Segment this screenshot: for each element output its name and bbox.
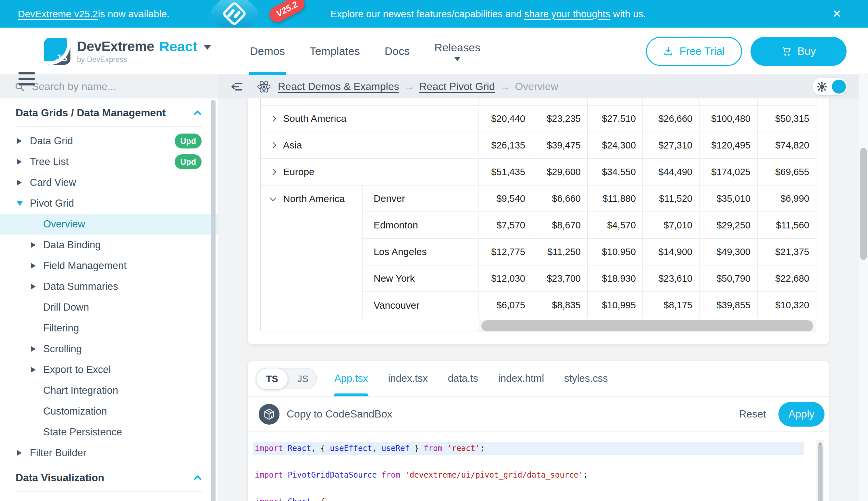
language-toggle-js[interactable]: JS (297, 369, 308, 389)
page-scrollbar-track[interactable] (859, 75, 868, 501)
expand-chevron-icon[interactable] (270, 115, 276, 122)
code-line: import Chart, { (253, 495, 829, 501)
triangle-right-icon[interactable] (31, 284, 36, 289)
triangle-right-icon[interactable] (31, 263, 36, 269)
buy-button[interactable]: Buy (750, 37, 847, 66)
value-cell: $35,010 (699, 185, 757, 212)
triangle-right-icon[interactable] (31, 346, 36, 352)
sidebar-item-label: Overview (43, 218, 85, 230)
brand-logo[interactable]: JS DevExtreme React by DevExpress (44, 28, 211, 75)
banner-version-link[interactable]: DevExtreme v25.2 (18, 9, 98, 20)
sidebar-item-scrolling[interactable]: Scrolling (0, 339, 218, 359)
copy-to-codesandbox-button[interactable]: Copy to CodeSandBox (287, 408, 393, 420)
sidebar-section-header[interactable]: Data Visualization (15, 472, 200, 484)
code-token: ; (480, 444, 485, 453)
chevron-up-icon[interactable] (194, 475, 201, 483)
sidebar-item-tree-list[interactable]: Tree ListUpd (0, 151, 218, 172)
value-cell: $26,660 (643, 105, 699, 132)
sidebar-item-filter-builder[interactable]: Filter Builder (0, 443, 218, 463)
header-cell (479, 98, 532, 105)
sidebar-item-chart-integration[interactable]: Chart Integration (0, 380, 218, 401)
chevron-up-icon[interactable] (194, 110, 201, 118)
horizontal-scrollbar-thumb[interactable] (481, 320, 813, 331)
page-scrollbar-thumb[interactable] (860, 148, 867, 260)
sidebar-item-data-binding[interactable]: Data Binding (0, 235, 218, 255)
share-thoughts-link[interactable]: share your thoughts (524, 9, 610, 20)
value-cell: $11,560 (757, 212, 816, 238)
breadcrumb-item[interactable]: React Pivot Grid (419, 81, 495, 93)
nav-item-demos[interactable]: Demos (250, 28, 285, 75)
sidebar-item-export-to-excel[interactable]: Export to Excel (0, 359, 218, 380)
language-toggle[interactable]: TS JS (256, 368, 317, 389)
expand-chevron-icon[interactable] (270, 169, 276, 175)
code-line (253, 482, 829, 495)
triangle-right-icon[interactable] (31, 367, 36, 373)
codesandbox-icon[interactable] (259, 404, 279, 425)
theme-toggle[interactable] (813, 78, 848, 95)
breadcrumb-item[interactable]: React Demos & Examples (278, 81, 399, 93)
sidebar-item-overview[interactable]: Overview (0, 214, 218, 235)
triangle-right-icon[interactable] (17, 138, 22, 144)
collapse-chevron-icon[interactable] (270, 195, 276, 201)
file-tab-App-tsx[interactable]: App.tsx (334, 361, 368, 396)
value-cell: $23,610 (643, 265, 699, 292)
file-tab-styles-css[interactable]: styles.css (564, 361, 608, 396)
nav-item-docs[interactable]: Docs (385, 28, 410, 75)
value-cell: $10,995 (587, 292, 643, 318)
triangle-right-icon[interactable] (17, 159, 22, 165)
header-cell (699, 98, 757, 105)
apply-button[interactable]: Apply (778, 402, 824, 427)
close-icon[interactable]: ✕ (826, 0, 848, 28)
file-tab-index-html[interactable]: index.html (498, 361, 544, 396)
file-tab-data-ts[interactable]: data.ts (448, 361, 478, 396)
value-cell: $23,700 (532, 265, 587, 292)
nav-item-releases[interactable]: Releases (434, 28, 481, 75)
city-label-cell: Edmonton (362, 212, 479, 238)
value-cell: $8,175 (643, 292, 699, 318)
sidebar-item-data-summaries[interactable]: Data Summaries (0, 276, 218, 297)
breadcrumb-item: Overview (515, 81, 558, 93)
value-cell: $100,480 (699, 105, 757, 132)
sidebar-item-filtering[interactable]: Filtering (0, 318, 218, 339)
sidebar-item-drill-down[interactable]: Drill Down (0, 297, 218, 318)
triangle-right-icon[interactable] (31, 242, 36, 248)
code-editor[interactable]: import React, { useEffect, useRef } from… (248, 432, 829, 501)
code-toolbar: Copy to CodeSandBox Reset Apply (248, 397, 829, 432)
value-cell: $18,930 (587, 265, 643, 292)
sidebar-item-label: Filter Builder (30, 447, 86, 459)
code-scrollbar-thumb[interactable] (818, 445, 823, 501)
chevron-down-icon[interactable] (204, 45, 211, 50)
region-label-cell: Asia (261, 132, 479, 159)
sidebar-section-header[interactable]: Data Grids / Data Management (15, 107, 200, 119)
hamburger-menu-icon[interactable] (19, 72, 35, 89)
search-input[interactable] (32, 81, 188, 93)
triangle-right-icon[interactable] (17, 180, 22, 185)
sidebar-item-customization[interactable]: Customization (0, 401, 218, 422)
nav-item-templates[interactable]: Templates (310, 28, 360, 75)
sidebar-item-field-management[interactable]: Field Management (0, 255, 218, 276)
triangle-right-icon[interactable] (17, 450, 22, 456)
language-toggle-ts[interactable]: TS (256, 368, 288, 390)
expand-arrow-box (17, 201, 30, 206)
region-label-cell: South America (261, 105, 479, 132)
triangle-down-icon[interactable] (17, 201, 23, 206)
sidebar-item-pivot-grid[interactable]: Pivot Grid (0, 193, 218, 214)
code-token: ; (583, 470, 587, 480)
code-token: import (255, 444, 283, 453)
banner-message: Explore our newest features/capabilities… (330, 0, 646, 28)
sidebar-item-data-grid[interactable]: Data GridUpd (0, 131, 218, 151)
sidebar-item-state-persistence[interactable]: State Persistence (0, 422, 218, 443)
value-cell: $4,570 (587, 212, 643, 238)
sidebar-scrollbar[interactable] (211, 100, 216, 501)
collapse-panel-icon[interactable] (231, 82, 243, 92)
region-label: South America (271, 113, 479, 124)
reset-button[interactable]: Reset (739, 408, 766, 420)
theme-toggle-knob[interactable] (832, 79, 846, 94)
update-badge: Upd (175, 134, 201, 149)
expand-chevron-icon[interactable] (270, 142, 276, 149)
file-tab-index-tsx[interactable]: index.tsx (388, 361, 428, 396)
demo-card: South America$20,440$23,235$27,510$26,66… (248, 98, 829, 344)
free-trial-button[interactable]: Free Trial (646, 37, 742, 66)
sidebar-item-card-view[interactable]: Card View (0, 172, 218, 193)
pivot-city-row: North AmericaDenver$9,540$6,660$11,880$1… (261, 185, 816, 212)
